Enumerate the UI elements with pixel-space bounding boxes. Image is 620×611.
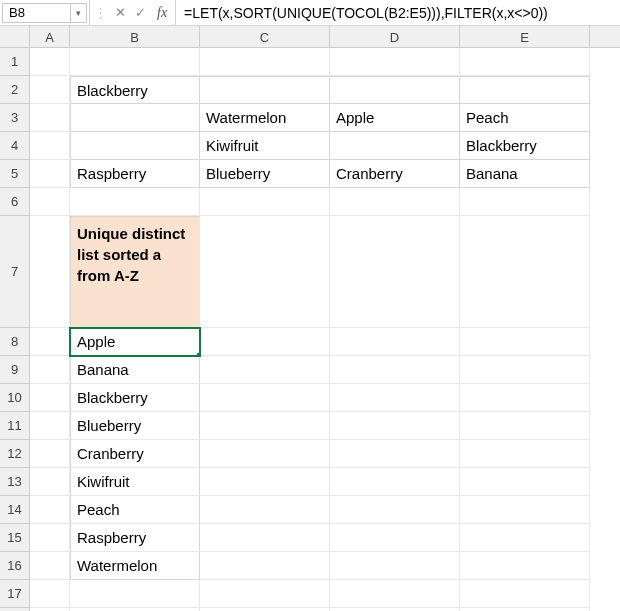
column-header-E[interactable]: E xyxy=(460,26,590,48)
cell-C4[interactable]: Kiwifruit xyxy=(200,132,330,160)
cell-C6[interactable] xyxy=(200,188,330,216)
row-header[interactable]: 4 xyxy=(0,132,29,160)
row-header[interactable]: 15 xyxy=(0,524,29,552)
cell-E5[interactable]: Banana xyxy=(460,160,590,188)
cell-E11[interactable] xyxy=(460,412,590,440)
cell-B13[interactable]: Kiwifruit xyxy=(70,468,200,496)
row-header[interactable]: 11 xyxy=(0,412,29,440)
row-header[interactable]: 14 xyxy=(0,496,29,524)
cell-C2[interactable] xyxy=(200,76,330,104)
row-header[interactable]: 8 xyxy=(0,328,29,356)
cell-A11[interactable] xyxy=(30,412,70,440)
cell-B16[interactable]: Watermelon xyxy=(70,552,200,580)
row-header[interactable]: 17 xyxy=(0,580,29,608)
cell-A6[interactable] xyxy=(30,188,70,216)
cell-C10[interactable] xyxy=(200,384,330,412)
cell-C3[interactable]: Watermelon xyxy=(200,104,330,132)
cell-D11[interactable] xyxy=(330,412,460,440)
select-all-corner[interactable] xyxy=(0,26,30,48)
cell-E6[interactable] xyxy=(460,188,590,216)
cell-C12[interactable] xyxy=(200,440,330,468)
column-header-B[interactable]: B xyxy=(70,26,200,48)
row-header[interactable]: 6 xyxy=(0,188,29,216)
cell-A4[interactable] xyxy=(30,132,70,160)
cell-A3[interactable] xyxy=(30,104,70,132)
cell-D15[interactable] xyxy=(330,524,460,552)
cell-D9[interactable] xyxy=(330,356,460,384)
formula-bar[interactable]: =LET(x,SORT(UNIQUE(TOCOL(B2:E5))),FILTER… xyxy=(176,0,620,25)
cell-D1[interactable] xyxy=(330,48,460,76)
cell-D4[interactable] xyxy=(330,132,460,160)
cell-E7[interactable] xyxy=(460,216,590,328)
row-header[interactable]: 12 xyxy=(0,440,29,468)
row-header[interactable]: 16 xyxy=(0,552,29,580)
cell-D6[interactable] xyxy=(330,188,460,216)
cell-E8[interactable] xyxy=(460,328,590,356)
cell-D13[interactable] xyxy=(330,468,460,496)
cell-D3[interactable]: Apple xyxy=(330,104,460,132)
cell-B11[interactable]: Blueberry xyxy=(70,412,200,440)
cell-A9[interactable] xyxy=(30,356,70,384)
cell-B8[interactable]: Apple xyxy=(70,328,200,356)
enter-formula-button[interactable]: ✓ xyxy=(133,5,147,20)
row-header[interactable]: 3 xyxy=(0,104,29,132)
cell-E1[interactable] xyxy=(460,48,590,76)
cell-A2[interactable] xyxy=(30,76,70,104)
cell-B14[interactable]: Peach xyxy=(70,496,200,524)
cell-D16[interactable] xyxy=(330,552,460,580)
cell-E15[interactable] xyxy=(460,524,590,552)
cell-C15[interactable] xyxy=(200,524,330,552)
cell-B9[interactable]: Banana xyxy=(70,356,200,384)
cell-E10[interactable] xyxy=(460,384,590,412)
cell-B6[interactable] xyxy=(70,188,200,216)
cell-A12[interactable] xyxy=(30,440,70,468)
cell-A7[interactable] xyxy=(30,216,70,328)
cell-C1[interactable] xyxy=(200,48,330,76)
cell-A14[interactable] xyxy=(30,496,70,524)
cell-A1[interactable] xyxy=(30,48,70,76)
cell-D17[interactable] xyxy=(330,580,460,608)
fill-handle[interactable] xyxy=(196,352,200,356)
row-header[interactable]: 7 xyxy=(0,216,29,328)
column-header-A[interactable]: A xyxy=(30,26,70,48)
row-header[interactable]: 9 xyxy=(0,356,29,384)
row-header[interactable]: 5 xyxy=(0,160,29,188)
cell-E2[interactable] xyxy=(460,76,590,104)
cell-A10[interactable] xyxy=(30,384,70,412)
cell-A15[interactable] xyxy=(30,524,70,552)
cell-E13[interactable] xyxy=(460,468,590,496)
cell-C16[interactable] xyxy=(200,552,330,580)
cell-C14[interactable] xyxy=(200,496,330,524)
cell-D8[interactable] xyxy=(330,328,460,356)
cell-A5[interactable] xyxy=(30,160,70,188)
cell-B10[interactable]: Blackberry xyxy=(70,384,200,412)
cell-B1[interactable] xyxy=(70,48,200,76)
cell-D10[interactable] xyxy=(330,384,460,412)
cell-A8[interactable] xyxy=(30,328,70,356)
cell-D7[interactable] xyxy=(330,216,460,328)
cell-B3[interactable] xyxy=(70,104,200,132)
column-header-D[interactable]: D xyxy=(330,26,460,48)
name-box[interactable]: B8 xyxy=(2,3,71,23)
cell-B2[interactable]: Blackberry xyxy=(70,76,200,104)
cell-E17[interactable] xyxy=(460,580,590,608)
cell-C9[interactable] xyxy=(200,356,330,384)
row-header[interactable]: 10 xyxy=(0,384,29,412)
cell-A13[interactable] xyxy=(30,468,70,496)
cell-B15[interactable]: Raspberry xyxy=(70,524,200,552)
cell-B17[interactable] xyxy=(70,580,200,608)
column-header-C[interactable]: C xyxy=(200,26,330,48)
cell-B5[interactable]: Raspberry xyxy=(70,160,200,188)
row-header[interactable]: 2 xyxy=(0,76,29,104)
cell-C8[interactable] xyxy=(200,328,330,356)
insert-function-button[interactable]: fx xyxy=(153,5,171,21)
cell-D5[interactable]: Cranberry xyxy=(330,160,460,188)
cell-C11[interactable] xyxy=(200,412,330,440)
cell-C5[interactable]: Blueberry xyxy=(200,160,330,188)
cell-A16[interactable] xyxy=(30,552,70,580)
cell-E4[interactable]: Blackberry xyxy=(460,132,590,160)
cell-E16[interactable] xyxy=(460,552,590,580)
cell-C13[interactable] xyxy=(200,468,330,496)
cell-B4[interactable] xyxy=(70,132,200,160)
cell-A17[interactable] xyxy=(30,580,70,608)
